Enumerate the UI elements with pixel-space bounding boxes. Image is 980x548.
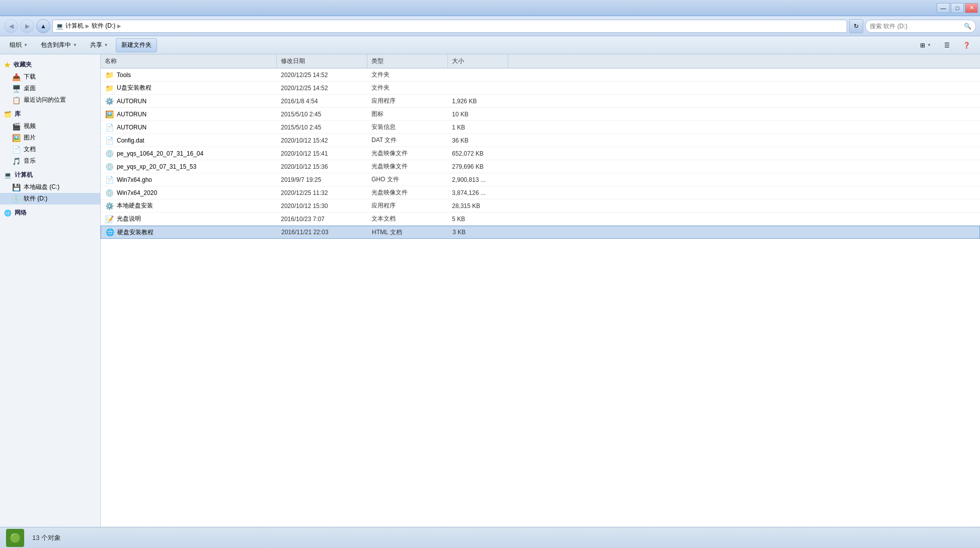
computer-header[interactable]: 💻 计算机 xyxy=(0,169,100,181)
breadcrumb-computer[interactable]: 计算机 xyxy=(65,22,84,30)
file-name-cell: 📝 光盘说明 xyxy=(101,215,277,223)
sidebar-item-download[interactable]: 📥 下载 xyxy=(0,71,100,83)
refresh-button[interactable]: ↻ xyxy=(849,19,863,33)
table-row[interactable]: 💿 Win7x64_2020 2020/12/25 11:32 光盘映像文件 3… xyxy=(101,186,980,199)
table-row[interactable]: 💿 pe_yqs_xp_20_07_31_15_53 2020/10/12 15… xyxy=(101,160,980,173)
file-type: 光盘映像文件 xyxy=(367,149,448,158)
minimize-button[interactable]: — xyxy=(937,3,950,13)
file-size: 2,900,813 ... xyxy=(448,176,508,183)
file-name-cell: 📄 Win7x64.gho xyxy=(101,176,277,184)
recent-label: 最近访问的位置 xyxy=(24,96,66,104)
sidebar-item-desktop[interactable]: 🖥️ 桌面 xyxy=(0,83,100,94)
desktop-icon: 🖥️ xyxy=(12,85,21,93)
sidebar-item-software-d[interactable]: 💿 软件 (D:) xyxy=(0,193,100,204)
view-options-button[interactable]: ⊞ ▼ xyxy=(915,38,937,52)
col-header-size[interactable]: 大小 xyxy=(448,54,508,68)
include-library-button[interactable]: 包含到库中 ▼ xyxy=(35,38,83,52)
file-type: 应用程序 xyxy=(367,201,448,210)
table-row[interactable]: 📁 Tools 2020/12/25 14:52 文件夹 xyxy=(101,68,980,82)
breadcrumb-drive[interactable]: 软件 (D:) xyxy=(92,22,115,30)
file-type: HTML 文档 xyxy=(368,228,448,237)
file-type-icon: ⚙️ xyxy=(105,202,114,210)
table-row[interactable]: ⚙️ AUTORUN 2016/1/8 4:54 应用程序 1,926 KB xyxy=(101,95,980,108)
file-modified: 2016/1/8 4:54 xyxy=(277,98,367,105)
sidebar-item-images[interactable]: 🖼️ 图片 xyxy=(0,132,100,144)
network-header[interactable]: 🌐 网络 xyxy=(0,207,100,219)
table-row[interactable]: 📄 Config.dat 2020/10/12 15:42 DAT 文件 36 … xyxy=(101,134,980,147)
file-size: 3,874,126 ... xyxy=(448,189,508,196)
sidebar: ★ 收藏夹 📥 下载 🖥️ 桌面 📋 最近访问的位置 🗂️ 库 🎬 xyxy=(0,54,101,527)
file-name: pe_yqs_1064_20_07_31_16_04 xyxy=(117,150,203,157)
star-icon: ★ xyxy=(4,61,11,69)
file-modified: 2020/10/12 15:30 xyxy=(277,202,367,210)
music-icon: 🎵 xyxy=(12,157,21,165)
close-button[interactable]: ✕ xyxy=(965,3,978,13)
table-row[interactable]: 📄 AUTORUN 2015/5/10 2:45 安装信息 1 KB xyxy=(101,121,980,134)
disk-c-icon: 💾 xyxy=(12,183,21,191)
table-row[interactable]: 💿 pe_yqs_1064_20_07_31_16_04 2020/10/12 … xyxy=(101,147,980,160)
file-name: Tools xyxy=(117,72,131,79)
videos-icon: 🎬 xyxy=(12,122,21,130)
file-size: 36 KB xyxy=(448,137,508,144)
title-bar: — □ ✕ xyxy=(0,0,980,16)
file-name-cell: ⚙️ 本地硬盘安装 xyxy=(101,201,277,210)
file-name-cell: 💿 pe_yqs_1064_20_07_31_16_04 xyxy=(101,150,277,158)
include-library-arrow: ▼ xyxy=(73,43,77,47)
computer-icon: 💻 xyxy=(4,172,12,179)
search-box[interactable]: 🔍 xyxy=(865,20,976,33)
file-type-icon: 📝 xyxy=(105,215,114,223)
file-name-cell: 📄 AUTORUN xyxy=(101,123,277,131)
table-row[interactable]: 📝 光盘说明 2016/10/23 7:07 文本文档 5 KB xyxy=(101,213,980,226)
forward-button[interactable]: ▶ xyxy=(20,19,34,33)
details-view-button[interactable]: ☰ xyxy=(939,38,955,52)
file-name-cell: 🖼️ AUTORUN xyxy=(101,110,277,118)
file-type: GHO 文件 xyxy=(367,175,448,184)
status-count: 13 个对象 xyxy=(32,533,61,542)
file-name: AUTORUN xyxy=(117,111,146,118)
breadcrumb[interactable]: 💻 计算机 ▶ 软件 (D:) ▶ xyxy=(52,20,847,33)
file-name: AUTORUN xyxy=(117,98,146,105)
library-header[interactable]: 🗂️ 库 xyxy=(0,108,100,120)
maximize-button[interactable]: □ xyxy=(951,3,964,13)
file-name: AUTORUN xyxy=(117,124,146,131)
help-button[interactable]: ❓ xyxy=(957,38,976,52)
toolbar-right: ⊞ ▼ ☰ ❓ xyxy=(915,38,976,52)
file-modified: 2020/10/12 15:42 xyxy=(277,137,367,144)
table-row[interactable]: 📄 Win7x64.gho 2019/9/7 19:25 GHO 文件 2,90… xyxy=(101,173,980,186)
col-header-modified[interactable]: 修改日期 xyxy=(277,54,367,68)
search-input[interactable] xyxy=(870,23,962,30)
file-modified: 2019/9/7 19:25 xyxy=(277,176,367,183)
file-name: Win7x64_2020 xyxy=(117,189,157,196)
table-row[interactable]: 📁 U盘安装教程 2020/12/25 14:52 文件夹 xyxy=(101,82,980,95)
computer-section: 💻 计算机 💾 本地磁盘 (C:) 💿 软件 (D:) xyxy=(0,169,100,204)
file-name-cell: 💿 Win7x64_2020 xyxy=(101,189,277,197)
recent-icon: 📋 xyxy=(12,96,21,104)
sidebar-item-videos[interactable]: 🎬 视频 xyxy=(0,120,100,132)
share-label: 共享 xyxy=(90,41,102,49)
organize-button[interactable]: 组织 ▼ xyxy=(4,38,33,52)
sidebar-item-music[interactable]: 🎵 音乐 xyxy=(0,155,100,167)
library-section: 🗂️ 库 🎬 视频 🖼️ 图片 📄 文档 🎵 音乐 xyxy=(0,108,100,167)
favorites-header[interactable]: ★ 收藏夹 xyxy=(0,58,100,71)
col-header-name[interactable]: 名称 xyxy=(101,54,277,68)
sidebar-item-documents[interactable]: 📄 文档 xyxy=(0,144,100,155)
file-name: 光盘说明 xyxy=(117,215,141,223)
table-row[interactable]: ⚙️ 本地硬盘安装 2020/10/12 15:30 应用程序 28,315 K… xyxy=(101,199,980,213)
back-button[interactable]: ◀ xyxy=(4,19,18,33)
favorites-section: ★ 收藏夹 📥 下载 🖥️ 桌面 📋 最近访问的位置 xyxy=(0,58,100,106)
local-disk-c-label: 本地磁盘 (C:) xyxy=(24,183,59,191)
new-folder-button[interactable]: 新建文件夹 xyxy=(116,38,157,52)
search-icon: 🔍 xyxy=(964,23,971,30)
sidebar-item-local-c[interactable]: 💾 本地磁盘 (C:) xyxy=(0,181,100,193)
documents-label: 文档 xyxy=(24,145,36,154)
table-row[interactable]: 🌐 硬盘安装教程 2016/11/21 22:03 HTML 文档 3 KB xyxy=(101,226,980,239)
file-type-icon: 💿 xyxy=(105,150,114,158)
computer-label: 计算机 xyxy=(15,171,33,179)
col-header-type[interactable]: 类型 xyxy=(367,54,448,68)
file-type: 文件夹 xyxy=(367,71,448,79)
share-button[interactable]: 共享 ▼ xyxy=(85,38,114,52)
sidebar-item-recent[interactable]: 📋 最近访问的位置 xyxy=(0,94,100,106)
file-size: 5 KB xyxy=(448,216,508,223)
table-row[interactable]: 🖼️ AUTORUN 2015/5/10 2:45 图标 10 KB xyxy=(101,108,980,121)
up-button[interactable]: ▲ xyxy=(36,19,50,33)
